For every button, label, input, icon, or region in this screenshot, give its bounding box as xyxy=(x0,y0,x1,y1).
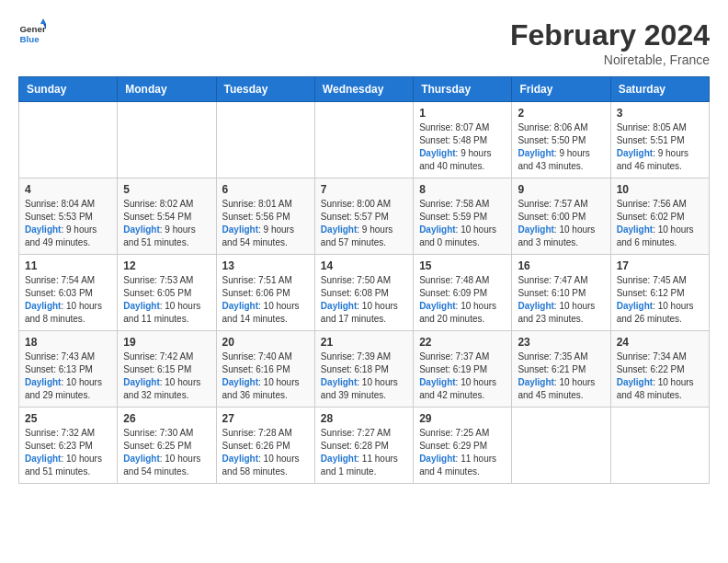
day-info: Sunrise: 8:07 AMSunset: 5:48 PMDaylight:… xyxy=(419,121,506,173)
svg-marker-2 xyxy=(40,18,46,24)
daylight-label: Daylight: 9 hours and 51 minutes. xyxy=(123,224,195,247)
day-number: 21 xyxy=(321,336,407,349)
daylight-label: Daylight: 10 hours and 14 minutes. xyxy=(222,301,300,324)
day-info: Sunrise: 8:01 AMSunset: 5:56 PMDaylight:… xyxy=(222,198,309,249)
day-info: Sunrise: 7:25 AMSunset: 6:29 PMDaylight:… xyxy=(419,427,506,478)
day-info: Sunrise: 7:34 AMSunset: 6:22 PMDaylight:… xyxy=(617,350,703,402)
daylight-label: Daylight: 9 hours and 57 minutes. xyxy=(321,224,392,247)
day-info: Sunrise: 7:37 AMSunset: 6:19 PMDaylight:… xyxy=(419,350,506,402)
daylight-label: Daylight: 10 hours and 54 minutes. xyxy=(123,454,200,477)
day-number: 12 xyxy=(123,259,210,272)
daylight-label: Daylight: 10 hours and 32 minutes. xyxy=(123,377,200,400)
daylight-label: Daylight: 10 hours and 42 minutes. xyxy=(419,377,496,400)
day-number: 14 xyxy=(321,259,407,272)
day-info: Sunrise: 7:43 AMSunset: 6:13 PMDaylight:… xyxy=(25,350,111,402)
daylight-label: Daylight: 10 hours and 45 minutes. xyxy=(518,377,595,400)
daylight-label: Daylight: 11 hours and 1 minute. xyxy=(321,454,398,477)
day-info: Sunrise: 7:40 AMSunset: 6:16 PMDaylight:… xyxy=(222,350,309,402)
day-number: 15 xyxy=(419,259,506,272)
svg-text:Blue: Blue xyxy=(20,34,40,44)
day-number: 23 xyxy=(518,336,604,349)
table-row: 1Sunrise: 8:07 AMSunset: 5:48 PMDaylight… xyxy=(414,102,512,178)
day-number: 16 xyxy=(518,259,604,272)
logo-icon: General Blue xyxy=(18,18,46,46)
day-info: Sunrise: 8:06 AMSunset: 5:50 PMDaylight:… xyxy=(518,121,604,173)
table-row xyxy=(118,102,216,178)
daylight-label: Daylight: 11 hours and 4 minutes. xyxy=(419,454,496,477)
day-info: Sunrise: 7:57 AMSunset: 6:00 PMDaylight:… xyxy=(518,198,604,249)
header-tuesday: Tuesday xyxy=(216,77,314,102)
daylight-label: Daylight: 10 hours and 58 minutes. xyxy=(222,454,300,477)
day-number: 25 xyxy=(25,412,111,425)
table-row xyxy=(512,408,610,484)
day-info: Sunrise: 7:56 AMSunset: 6:02 PMDaylight:… xyxy=(617,198,703,249)
day-info: Sunrise: 7:39 AMSunset: 6:18 PMDaylight:… xyxy=(321,350,407,402)
table-row: 24Sunrise: 7:34 AMSunset: 6:22 PMDayligh… xyxy=(610,331,709,408)
table-row: 6Sunrise: 8:01 AMSunset: 5:56 PMDaylight… xyxy=(216,178,314,255)
day-info: Sunrise: 7:28 AMSunset: 6:26 PMDaylight:… xyxy=(222,427,309,478)
table-row: 13Sunrise: 7:51 AMSunset: 6:06 PMDayligh… xyxy=(216,255,314,331)
day-info: Sunrise: 7:48 AMSunset: 6:09 PMDaylight:… xyxy=(419,274,506,326)
day-number: 27 xyxy=(222,412,309,425)
day-number: 13 xyxy=(222,259,309,272)
svg-text:General: General xyxy=(20,24,47,34)
day-info: Sunrise: 7:51 AMSunset: 6:06 PMDaylight:… xyxy=(222,274,309,326)
daylight-label: Daylight: 10 hours and 11 minutes. xyxy=(123,301,200,324)
day-number: 5 xyxy=(123,183,210,196)
table-row: 7Sunrise: 8:00 AMSunset: 5:57 PMDaylight… xyxy=(314,178,413,255)
day-number: 17 xyxy=(617,259,703,272)
daylight-label: Daylight: 10 hours and 29 minutes. xyxy=(25,377,102,400)
table-row xyxy=(19,102,118,178)
day-number: 8 xyxy=(419,183,506,196)
daylight-label: Daylight: 10 hours and 48 minutes. xyxy=(617,377,694,400)
day-info: Sunrise: 7:58 AMSunset: 5:59 PMDaylight:… xyxy=(419,198,506,249)
calendar-week-row: 1Sunrise: 8:07 AMSunset: 5:48 PMDaylight… xyxy=(19,102,710,178)
day-number: 26 xyxy=(123,412,210,425)
daylight-label: Daylight: 10 hours and 8 minutes. xyxy=(25,301,102,324)
day-info: Sunrise: 7:53 AMSunset: 6:05 PMDaylight:… xyxy=(123,274,210,326)
day-info: Sunrise: 7:42 AMSunset: 6:15 PMDaylight:… xyxy=(123,350,210,402)
table-row: 2Sunrise: 8:06 AMSunset: 5:50 PMDaylight… xyxy=(512,102,610,178)
day-info: Sunrise: 7:54 AMSunset: 6:03 PMDaylight:… xyxy=(25,274,111,326)
table-row: 4Sunrise: 8:04 AMSunset: 5:53 PMDaylight… xyxy=(19,178,118,255)
table-row: 14Sunrise: 7:50 AMSunset: 6:08 PMDayligh… xyxy=(314,255,413,331)
day-number: 9 xyxy=(518,183,604,196)
table-row: 12Sunrise: 7:53 AMSunset: 6:05 PMDayligh… xyxy=(118,255,216,331)
day-number: 2 xyxy=(518,107,604,120)
table-row: 22Sunrise: 7:37 AMSunset: 6:19 PMDayligh… xyxy=(414,331,512,408)
title-section: February 2024 Noiretable, France xyxy=(510,18,710,67)
table-row: 20Sunrise: 7:40 AMSunset: 6:16 PMDayligh… xyxy=(216,331,314,408)
day-info: Sunrise: 7:45 AMSunset: 6:12 PMDaylight:… xyxy=(617,274,703,326)
table-row: 3Sunrise: 8:05 AMSunset: 5:51 PMDaylight… xyxy=(610,102,709,178)
table-row: 16Sunrise: 7:47 AMSunset: 6:10 PMDayligh… xyxy=(512,255,610,331)
day-number: 4 xyxy=(25,183,111,196)
table-row: 18Sunrise: 7:43 AMSunset: 6:13 PMDayligh… xyxy=(19,331,118,408)
calendar-week-row: 11Sunrise: 7:54 AMSunset: 6:03 PMDayligh… xyxy=(19,255,710,331)
table-row: 26Sunrise: 7:30 AMSunset: 6:25 PMDayligh… xyxy=(118,408,216,484)
header-sunday: Sunday xyxy=(19,77,118,102)
table-row: 8Sunrise: 7:58 AMSunset: 5:59 PMDaylight… xyxy=(414,178,512,255)
daylight-label: Daylight: 9 hours and 54 minutes. xyxy=(222,224,294,247)
daylight-label: Daylight: 10 hours and 26 minutes. xyxy=(617,301,694,324)
day-info: Sunrise: 7:30 AMSunset: 6:25 PMDaylight:… xyxy=(123,427,210,478)
daylight-label: Daylight: 9 hours and 40 minutes. xyxy=(419,148,491,171)
header-saturday: Saturday xyxy=(610,77,709,102)
day-info: Sunrise: 8:00 AMSunset: 5:57 PMDaylight:… xyxy=(321,198,407,249)
day-number: 18 xyxy=(25,336,111,349)
table-row: 10Sunrise: 7:56 AMSunset: 6:02 PMDayligh… xyxy=(610,178,709,255)
day-info: Sunrise: 7:47 AMSunset: 6:10 PMDaylight:… xyxy=(518,274,604,326)
day-info: Sunrise: 8:05 AMSunset: 5:51 PMDaylight:… xyxy=(617,121,703,173)
daylight-label: Daylight: 10 hours and 23 minutes. xyxy=(518,301,595,324)
table-row: 29Sunrise: 7:25 AMSunset: 6:29 PMDayligh… xyxy=(414,408,512,484)
daylight-label: Daylight: 10 hours and 17 minutes. xyxy=(321,301,398,324)
daylight-label: Daylight: 9 hours and 49 minutes. xyxy=(25,224,97,247)
day-info: Sunrise: 8:02 AMSunset: 5:54 PMDaylight:… xyxy=(123,198,210,249)
table-row: 27Sunrise: 7:28 AMSunset: 6:26 PMDayligh… xyxy=(216,408,314,484)
header: General Blue February 2024 Noiretable, F… xyxy=(18,18,710,67)
daylight-label: Daylight: 10 hours and 0 minutes. xyxy=(419,224,496,247)
daylight-label: Daylight: 10 hours and 39 minutes. xyxy=(321,377,398,400)
day-number: 7 xyxy=(321,183,407,196)
calendar-week-row: 25Sunrise: 7:32 AMSunset: 6:23 PMDayligh… xyxy=(19,408,710,484)
table-row: 9Sunrise: 7:57 AMSunset: 6:00 PMDaylight… xyxy=(512,178,610,255)
daylight-label: Daylight: 10 hours and 51 minutes. xyxy=(25,454,102,477)
